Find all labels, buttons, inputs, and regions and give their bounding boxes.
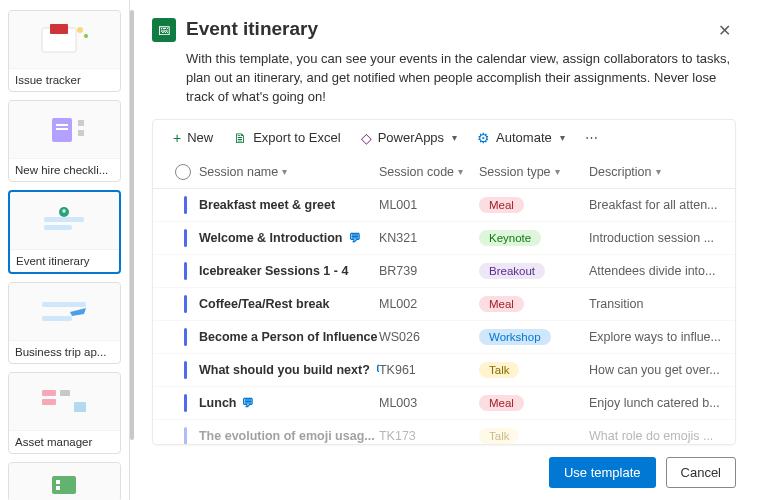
sidebar-tile-asset-manager[interactable]: Asset manager [8,372,121,454]
new-button[interactable]: + New [165,126,221,150]
cell-session-name: Coffee/Tea/Rest break [199,297,379,311]
row-indicator [184,229,187,247]
row-indicator [184,262,187,280]
row-indicator [184,361,187,379]
sidebar-tile-more[interactable] [8,462,121,500]
cell-session-code: ML002 [379,297,479,311]
svg-rect-5 [56,124,68,126]
cell-session-code: TK961 [379,363,479,377]
svg-point-3 [84,34,88,38]
row-indicator [184,295,187,313]
close-button[interactable]: ✕ [712,18,736,42]
row-indicator [184,328,187,346]
chevron-down-icon: ▾ [282,166,287,177]
chevron-down-icon: ▾ [560,132,565,143]
table-row[interactable]: Become a Person of InfluenceWS026Worksho… [153,321,735,354]
more-actions-button[interactable]: ⋯ [577,126,606,149]
svg-rect-6 [56,128,68,130]
cell-description: How can you get over... [589,363,721,377]
column-header-code[interactable]: Session code▾ [379,165,479,179]
cell-description: Breakfast for all atten... [589,198,721,212]
cell-session-code: BR739 [379,264,479,278]
cell-session-name: The evolution of emoji usag... [199,429,379,443]
cell-description: Introduction session ... [589,231,721,245]
column-header-desc[interactable]: Description▾ [589,165,721,179]
powerapps-icon: ◇ [361,130,372,146]
chevron-down-icon: ▾ [452,132,457,143]
table-row[interactable]: Icebreaker Sessions 1 - 4BR739BreakoutAt… [153,255,735,288]
page-description: With this template, you can see your eve… [186,50,736,107]
svg-rect-10 [44,225,72,230]
cell-session-name: What should you build next?💬︎ [199,363,379,377]
plus-icon: + [173,130,181,146]
svg-point-2 [77,27,83,33]
cell-session-name: Welcome & Introduction💬︎ [199,231,379,245]
row-indicator [184,196,187,214]
list-panel: + New 🗎︎ Export to Excel ◇ PowerApps ▾ ⚙… [152,119,736,445]
cell-session-code: KN321 [379,231,479,245]
cell-session-name: Lunch💬︎ [199,396,379,410]
cell-session-type: Meal [479,395,589,411]
svg-rect-20 [56,486,60,490]
row-indicator [184,427,187,444]
svg-rect-18 [52,476,76,494]
column-header-type[interactable]: Session type▾ [479,165,589,179]
cell-session-type: Talk [479,428,589,444]
cell-session-code: WS026 [379,330,479,344]
cell-description: Attendees divide into... [589,264,721,278]
export-excel-button[interactable]: 🗎︎ Export to Excel [225,126,348,150]
cell-session-code: ML001 [379,198,479,212]
list-toolbar: + New 🗎︎ Export to Excel ◇ PowerApps ▾ ⚙… [153,120,735,156]
chevron-down-icon: ▾ [458,166,463,177]
sidebar-tile-label: New hire checkli... [9,159,120,181]
cancel-button[interactable]: Cancel [666,457,736,488]
table-row[interactable]: What should you build next?💬︎TK961TalkHo… [153,354,735,387]
cell-session-name: Breakfast meet & greet [199,198,379,212]
sidebar-tile-business-trip[interactable]: Business trip ap... [8,282,121,364]
svg-rect-12 [42,302,86,307]
sidebar-tile-issue-tracker[interactable]: Issue tracker [8,10,121,92]
chevron-down-icon: ▾ [555,166,560,177]
cell-session-type: Meal [479,296,589,312]
svg-rect-19 [56,480,60,484]
svg-rect-14 [42,390,56,396]
cell-session-type: Breakout [479,263,589,279]
cell-session-code: TK173 [379,429,479,443]
table-row[interactable]: Lunch💬︎ML003MealEnjoy lunch catered b... [153,387,735,420]
sidebar-tile-label: Event itinerary [10,250,119,272]
chat-icon: 💬︎ [349,231,361,245]
table-row[interactable]: The evolution of emoji usag...TK173TalkW… [153,420,735,444]
svg-rect-7 [78,120,84,126]
table-row[interactable]: Coffee/Tea/Rest breakML002MealTransition [153,288,735,321]
row-indicator [184,394,187,412]
cell-description: Enjoy lunch catered b... [589,396,721,410]
cell-session-code: ML003 [379,396,479,410]
table-row[interactable]: Welcome & Introduction💬︎KN321KeynoteIntr… [153,222,735,255]
template-sidebar: Issue tracker New hire checkli... Event … [0,0,130,500]
chat-icon: 💬︎ [242,396,254,410]
use-template-button[interactable]: Use template [549,457,656,488]
cell-session-type: Keynote [479,230,589,246]
svg-rect-16 [60,390,70,396]
chevron-down-icon: ▾ [656,166,661,177]
table-body: Breakfast meet & greetML001MealBreakfast… [153,189,735,444]
column-header-name[interactable]: Session name▾ [199,165,379,179]
sidebar-tile-label: Business trip ap... [9,341,120,363]
select-all-toggle[interactable] [175,164,191,180]
flow-icon: ⚙︎ [477,130,490,146]
cell-session-name: Icebreaker Sessions 1 - 4 [199,264,379,278]
automate-button[interactable]: ⚙︎ Automate ▾ [469,126,573,150]
dialog-footer: Use template Cancel [152,445,736,488]
table-row[interactable]: Breakfast meet & greetML001MealBreakfast… [153,189,735,222]
excel-icon: 🗎︎ [233,130,247,146]
powerapps-button[interactable]: ◇ PowerApps ▾ [353,126,465,150]
svg-rect-9 [44,217,84,222]
sidebar-tile-label: Asset manager [9,431,120,453]
cell-description: Explore ways to influe... [589,330,721,344]
sidebar-tile-event-itinerary[interactable]: Event itinerary [8,190,121,274]
table-header: Session name▾ Session code▾ Session type… [153,156,735,189]
svg-rect-8 [78,130,84,136]
sidebar-tile-new-hire[interactable]: New hire checkli... [8,100,121,182]
svg-rect-15 [42,399,56,405]
svg-rect-17 [74,402,86,412]
